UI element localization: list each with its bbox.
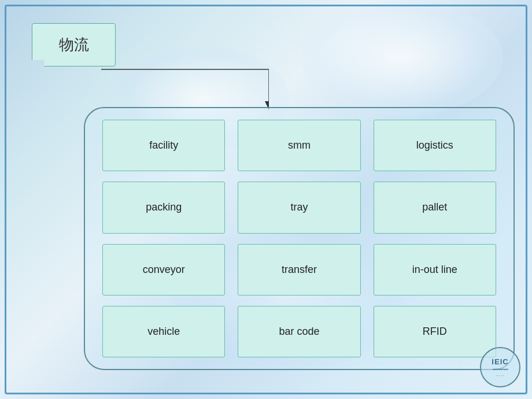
- cards-grid: facilitysmmlogisticspackingtraypalletcon…: [85, 108, 513, 369]
- card-in-out-line[interactable]: in-out line: [374, 244, 496, 295]
- wuliu-box: 物流: [32, 23, 116, 66]
- ieic-label: IEIC: [492, 357, 508, 366]
- ieic-logo: IEIC 〰〰〰 · · · ·: [480, 347, 520, 387]
- main-container: facilitysmmlogisticspackingtraypalletcon…: [84, 107, 515, 370]
- card-tray[interactable]: tray: [238, 182, 360, 233]
- ieic-dots: · · · ·: [496, 374, 504, 378]
- card-logistics[interactable]: logistics: [374, 120, 496, 171]
- card-smm[interactable]: smm: [238, 120, 360, 171]
- ieic-wave: 〰〰〰: [493, 367, 508, 373]
- card-bar-code[interactable]: bar code: [238, 306, 360, 357]
- card-pallet[interactable]: pallet: [374, 182, 496, 233]
- connector-arrow: [101, 66, 269, 113]
- wuliu-label: 物流: [59, 35, 89, 55]
- card-rfid[interactable]: RFID: [374, 306, 496, 357]
- card-conveyor[interactable]: conveyor: [102, 244, 225, 295]
- card-vehicle[interactable]: vehicle: [102, 306, 225, 357]
- background: 物流 facilitysmmlogisticspackingtraypallet…: [0, 0, 532, 399]
- card-transfer[interactable]: transfer: [238, 244, 360, 295]
- card-facility[interactable]: facility: [102, 120, 225, 171]
- cloud-decoration-1: [301, 0, 503, 116]
- card-packing[interactable]: packing: [102, 182, 225, 233]
